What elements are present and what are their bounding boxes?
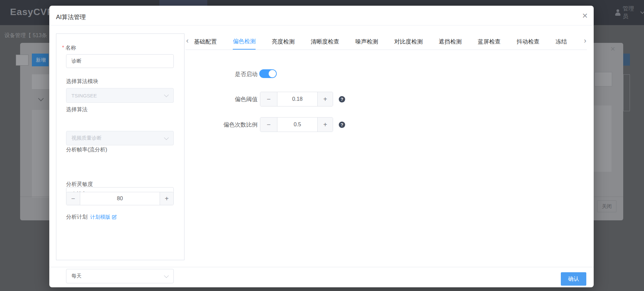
threshold-label: 偏色阈值 <box>207 92 258 106</box>
plus-button[interactable]: + <box>317 118 333 132</box>
background-list-panel <box>594 105 611 172</box>
algorithm-label: 选择算法 <box>66 106 88 113</box>
app-logo: EasyCVR <box>10 7 54 17</box>
required-asterisk: * <box>62 45 64 51</box>
tab-jitter-check[interactable]: 抖动检查 <box>517 33 539 50</box>
chevron-down-icon <box>164 92 169 97</box>
background-box <box>16 55 29 66</box>
close-dialog-button: 关闭 <box>597 200 616 212</box>
tab-basic-config[interactable]: 基础配置 <box>194 33 217 50</box>
toggle-knob <box>269 70 276 77</box>
module-label: 选择算法模块 <box>66 78 98 85</box>
tab-list: 基础配置 偏色检测 亮度检测 清晰度检查 噪声检测 对比度检测 遮挡检测 蓝屏检… <box>194 33 583 50</box>
ratio-stepper: − 0.5 + <box>260 117 333 132</box>
name-input[interactable] <box>66 54 174 68</box>
background-close-icon: × <box>610 45 615 53</box>
plus-button[interactable]: + <box>160 192 173 205</box>
tab-brightness-detect[interactable]: 亮度检测 <box>272 33 294 50</box>
breadcrumb: 设备管理【 513条 <box>4 32 50 39</box>
add-button: 新增 <box>32 54 49 66</box>
user-name: 管理员 <box>623 5 639 20</box>
tab-contrast-detect[interactable]: 对比度检测 <box>394 33 423 50</box>
chevron-down-icon <box>640 9 644 14</box>
tab-clarity-check[interactable]: 清晰度检查 <box>311 33 339 50</box>
minus-button[interactable]: − <box>66 192 80 205</box>
sensitivity-stepper: − 80 + <box>66 192 174 205</box>
ratio-label: 偏色次数比例 <box>207 117 258 132</box>
user-menu: 管理员 <box>615 8 644 16</box>
framerate-label: 分析帧率(流分析) <box>66 146 107 153</box>
close-icon[interactable]: × <box>582 11 588 20</box>
tabs-scroll-left-icon[interactable]: ‹ <box>185 37 189 45</box>
enable-toggle[interactable] <box>259 69 277 78</box>
minus-button[interactable]: − <box>260 92 277 106</box>
tab-bluescreen-check[interactable]: 蓝屏检查 <box>478 33 500 50</box>
threshold-value[interactable]: 0.18 <box>277 92 317 106</box>
confirm-button[interactable]: 确认 <box>561 272 586 286</box>
user-icon <box>615 9 621 16</box>
plan-template-link[interactable]: 计划模版 <box>90 214 117 220</box>
edit-icon <box>112 215 117 220</box>
ai-algorithm-modal: AI算法管理 × *名称 选择算法模块 TSINGSEE 选择算法 视频质量诊断… <box>49 6 594 287</box>
tab-occlusion-detect[interactable]: 遮挡检测 <box>439 33 462 50</box>
detection-tabs: ‹ 基础配置 偏色检测 亮度检测 清晰度检查 噪声检测 对比度检测 遮挡检测 蓝… <box>185 33 587 50</box>
algorithm-select: 视频质量诊断 <box>66 131 174 145</box>
module-select: TSINGSEE <box>66 88 174 103</box>
screen: EasyCVR 管理员 设备管理【 513条 新增 × 关闭 AI算法管理 × … <box>0 0 644 291</box>
ratio-value[interactable]: 0.5 <box>277 118 317 132</box>
tab-freeze[interactable]: 冻结 <box>555 33 567 50</box>
minus-button[interactable]: − <box>260 118 277 132</box>
plan-select[interactable]: 每天 <box>66 269 174 283</box>
plan-label: 分析计划 <box>66 214 88 221</box>
name-label: *名称 <box>62 45 76 52</box>
enable-label: 是否启动 <box>207 70 258 78</box>
chevron-down-icon <box>164 273 169 278</box>
modal-header-divider <box>49 25 594 25</box>
tab-color-cast-detect[interactable]: 偏色检测 <box>233 33 256 50</box>
threshold-help-icon[interactable]: ? <box>339 96 345 102</box>
plan-label-row: 分析计划 计划模版 <box>66 214 117 221</box>
background-panel <box>623 74 630 111</box>
sensitivity-value[interactable]: 80 <box>80 192 160 205</box>
chevron-down-icon <box>164 135 169 140</box>
modal-title: AI算法管理 <box>56 13 86 21</box>
tab-noise-detect[interactable]: 噪声检测 <box>355 33 378 50</box>
plus-button[interactable]: + <box>317 92 333 106</box>
background-input <box>594 72 612 86</box>
sensitivity-label: 分析灵敏度 <box>66 181 93 188</box>
modal-footer-divider <box>49 267 594 267</box>
background-blue-button <box>623 54 630 66</box>
tabs-scroll-right-icon[interactable]: › <box>583 37 587 45</box>
threshold-stepper: − 0.18 + <box>260 92 333 106</box>
ratio-help-icon[interactable]: ? <box>339 122 345 128</box>
